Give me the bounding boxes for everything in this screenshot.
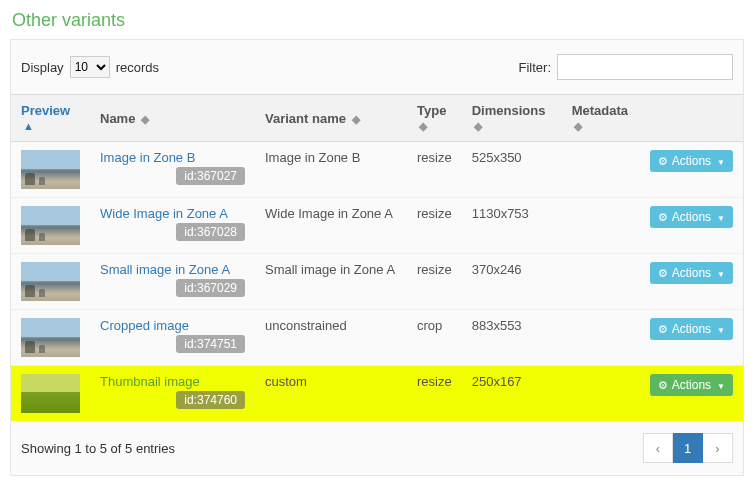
- dimensions-cell: 883x553: [462, 310, 562, 366]
- actions-button[interactable]: Actions: [650, 150, 733, 172]
- gear-icon: [658, 322, 668, 336]
- gear-icon: [658, 210, 668, 224]
- type-cell: resize: [407, 198, 462, 254]
- variant-name-cell: custom: [255, 366, 407, 422]
- actions-button[interactable]: Actions: [650, 374, 733, 396]
- table-footer: Showing 1 to 5 of 5 entries ‹ 1 ›: [11, 421, 743, 475]
- type-cell: resize: [407, 254, 462, 310]
- variants-table: Preview ▲ Name ◆ Variant name ◆ Type ◆ D…: [11, 94, 743, 421]
- table-row: Thumbnail imageid:374760customresize250x…: [11, 366, 743, 422]
- pagination: ‹ 1 ›: [643, 433, 733, 463]
- dimensions-cell: 370x246: [462, 254, 562, 310]
- entries-info: Showing 1 to 5 of 5 entries: [21, 441, 175, 456]
- dimensions-cell: 250x167: [462, 366, 562, 422]
- table-controls: Display 10 records Filter:: [11, 40, 743, 84]
- variant-name-cell: Image in Zone B: [255, 142, 407, 198]
- caret-down-icon: [715, 154, 725, 168]
- variant-name-cell: unconstrained: [255, 310, 407, 366]
- display-label: Display: [21, 60, 64, 75]
- sort-asc-icon: ▲: [23, 120, 34, 132]
- col-actions: [640, 95, 743, 142]
- type-cell: resize: [407, 366, 462, 422]
- actions-button[interactable]: Actions: [650, 206, 733, 228]
- preview-thumbnail[interactable]: [21, 318, 80, 357]
- variant-name-link[interactable]: Image in Zone B: [100, 150, 195, 165]
- panel-title: Other variants: [0, 0, 754, 39]
- filter-label: Filter:: [519, 60, 552, 75]
- col-name[interactable]: Name ◆: [90, 95, 255, 142]
- metadata-cell: [562, 310, 640, 366]
- metadata-cell: [562, 366, 640, 422]
- variant-name-link[interactable]: Small image in Zone A: [100, 262, 230, 277]
- id-badge: id:374760: [176, 391, 245, 409]
- sort-icon: ◆: [141, 113, 149, 125]
- gear-icon: [658, 378, 668, 392]
- sort-icon: ◆: [419, 120, 427, 132]
- preview-thumbnail[interactable]: [21, 374, 80, 413]
- type-cell: crop: [407, 310, 462, 366]
- col-variant[interactable]: Variant name ◆: [255, 95, 407, 142]
- col-type[interactable]: Type ◆: [407, 95, 462, 142]
- dimensions-cell: 1130x753: [462, 198, 562, 254]
- records-label: records: [116, 60, 159, 75]
- variant-name-link[interactable]: Thumbnail image: [100, 374, 200, 389]
- filter-input[interactable]: [557, 54, 733, 80]
- caret-down-icon: [715, 378, 725, 392]
- caret-down-icon: [715, 210, 725, 224]
- col-preview[interactable]: Preview ▲: [11, 95, 90, 142]
- page-1-button[interactable]: 1: [673, 433, 703, 463]
- gear-icon: [658, 154, 668, 168]
- type-cell: resize: [407, 142, 462, 198]
- table-row: Wide Image in Zone Aid:367028Wide Image …: [11, 198, 743, 254]
- id-badge: id:374751: [176, 335, 245, 353]
- col-metadata[interactable]: Metadata ◆: [562, 95, 640, 142]
- gear-icon: [658, 266, 668, 280]
- id-badge: id:367027: [176, 167, 245, 185]
- dimensions-cell: 525x350: [462, 142, 562, 198]
- id-badge: id:367028: [176, 223, 245, 241]
- variant-name-cell: Wide Image in Zone A: [255, 198, 407, 254]
- sort-icon: ◆: [574, 120, 582, 132]
- actions-button[interactable]: Actions: [650, 262, 733, 284]
- caret-down-icon: [715, 266, 725, 280]
- metadata-cell: [562, 254, 640, 310]
- sort-icon: ◆: [474, 120, 482, 132]
- metadata-cell: [562, 142, 640, 198]
- variants-panel: Display 10 records Filter: Preview ▲ Nam…: [10, 39, 744, 476]
- actions-button[interactable]: Actions: [650, 318, 733, 340]
- col-dimensions[interactable]: Dimensions ◆: [462, 95, 562, 142]
- caret-down-icon: [715, 322, 725, 336]
- table-row: Cropped imageid:374751unconstrainedcrop8…: [11, 310, 743, 366]
- variant-name-link[interactable]: Wide Image in Zone A: [100, 206, 228, 221]
- id-badge: id:367029: [176, 279, 245, 297]
- page-next-button[interactable]: ›: [703, 433, 733, 463]
- table-row: Image in Zone Bid:367027Image in Zone Br…: [11, 142, 743, 198]
- page-prev-button[interactable]: ‹: [643, 433, 673, 463]
- sort-icon: ◆: [352, 113, 360, 125]
- preview-thumbnail[interactable]: [21, 262, 80, 301]
- table-row: Small image in Zone Aid:367029Small imag…: [11, 254, 743, 310]
- metadata-cell: [562, 198, 640, 254]
- variant-name-link[interactable]: Cropped image: [100, 318, 189, 333]
- per-page-select[interactable]: 10: [70, 56, 110, 78]
- preview-thumbnail[interactable]: [21, 206, 80, 245]
- variant-name-cell: Small image in Zone A: [255, 254, 407, 310]
- preview-thumbnail[interactable]: [21, 150, 80, 189]
